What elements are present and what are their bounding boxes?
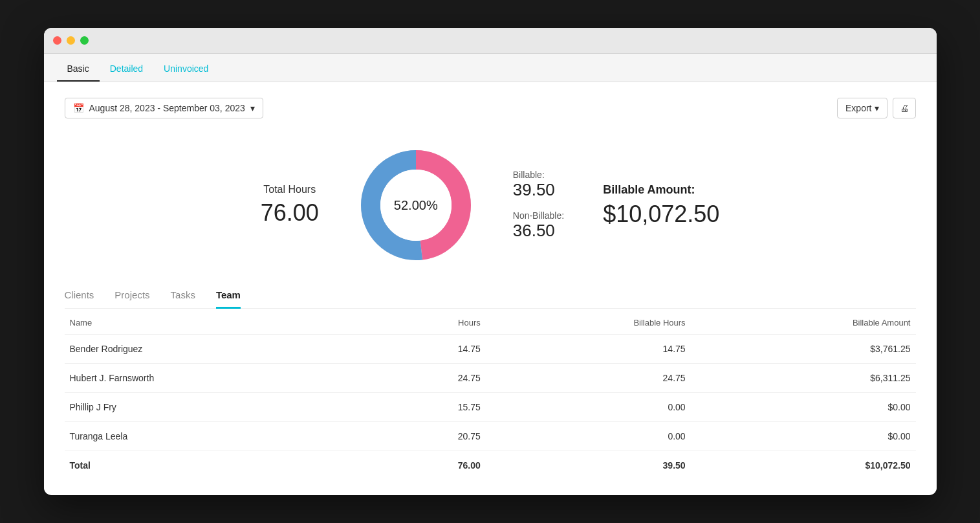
table-row: Bender Rodriguez 14.75 14.75 $3,761.25 <box>65 335 916 364</box>
billable-amount-block: Billable Amount: $10,072.50 <box>603 183 719 228</box>
print-button[interactable]: 🖨 <box>893 98 916 118</box>
col-header-hours: Hours <box>377 309 486 335</box>
cell-total-billable-amount: $10,072.50 <box>691 451 916 480</box>
table-row: Hubert J. Farnsworth 24.75 24.75 $6,311.… <box>65 364 916 393</box>
section-tab-team[interactable]: Team <box>216 283 241 309</box>
cell-billable-hours: 0.00 <box>486 393 691 422</box>
cell-hours: 15.75 <box>377 393 486 422</box>
col-header-billable-hours: Billable Hours <box>486 309 691 335</box>
billable-stats: Billable: 39.50 Non-Billable: 36.50 <box>513 170 564 241</box>
cell-billable-hours: 0.00 <box>486 422 691 451</box>
stats-section: Total Hours 76.00 52.00% <box>65 134 916 283</box>
billable-amount-value: $10,072.50 <box>603 201 719 228</box>
cell-total-label: Total <box>65 451 377 480</box>
date-range-label: August 28, 2023 - September 03, 2023 <box>89 103 245 113</box>
section-tab-clients[interactable]: Clients <box>65 283 94 309</box>
cell-total-billable-hours: 39.50 <box>486 451 691 480</box>
table-header-row: Name Hours Billable Hours Billable Amoun… <box>65 309 916 335</box>
tab-bar: Basic Detailed Uninvoiced <box>44 54 937 82</box>
cell-billable-amount: $0.00 <box>691 422 916 451</box>
cell-name: Turanga Leela <box>65 422 377 451</box>
export-label: Export <box>845 103 871 113</box>
non-billable-label: Non-Billable: <box>513 210 564 221</box>
calendar-icon: 📅 <box>73 103 84 113</box>
section-tab-tasks[interactable]: Tasks <box>171 283 195 309</box>
cell-hours: 24.75 <box>377 364 486 393</box>
col-header-billable-amount: Billable Amount <box>691 309 916 335</box>
toolbar-actions: Export ▾ 🖨 <box>837 98 915 118</box>
close-button[interactable] <box>53 36 61 45</box>
table-total-row: Total 76.00 39.50 $10,072.50 <box>65 451 916 480</box>
non-billable-value: 36.50 <box>513 221 564 241</box>
non-billable-item: Non-Billable: 36.50 <box>513 210 564 241</box>
tab-detailed[interactable]: Detailed <box>100 57 153 82</box>
total-hours-label: Total Hours <box>261 184 319 195</box>
cell-billable-hours: 14.75 <box>486 335 691 364</box>
maximize-button[interactable] <box>80 36 89 45</box>
traffic-lights <box>53 36 89 45</box>
cell-name: Phillip J Fry <box>65 393 377 422</box>
billable-item: Billable: 39.50 <box>513 170 564 200</box>
cell-hours: 14.75 <box>377 335 486 364</box>
export-button[interactable]: Export ▾ <box>837 98 887 118</box>
printer-icon: 🖨 <box>900 103 909 113</box>
cell-name: Bender Rodriguez <box>65 335 377 364</box>
billable-amount-label: Billable Amount: <box>603 183 719 197</box>
section-tabs: Clients Projects Tasks Team <box>65 283 916 309</box>
tab-basic[interactable]: Basic <box>57 57 100 82</box>
donut-chart: 52.00% <box>358 147 474 263</box>
cell-billable-amount: $0.00 <box>691 393 916 422</box>
table-row: Turanga Leela 20.75 0.00 $0.00 <box>65 422 916 451</box>
tab-uninvoiced[interactable]: Uninvoiced <box>153 57 219 82</box>
titlebar <box>44 28 937 54</box>
chevron-down-icon: ▾ <box>250 103 255 113</box>
app-window: Basic Detailed Uninvoiced 📅 August 28, 2… <box>44 28 937 495</box>
section-tab-projects[interactable]: Projects <box>114 283 149 309</box>
chevron-down-icon: ▾ <box>875 103 879 113</box>
date-range-picker[interactable]: 📅 August 28, 2023 - September 03, 2023 ▾ <box>65 98 263 118</box>
toolbar: 📅 August 28, 2023 - September 03, 2023 ▾… <box>65 98 916 118</box>
main-content: 📅 August 28, 2023 - September 03, 2023 ▾… <box>44 82 937 495</box>
cell-hours: 20.75 <box>377 422 486 451</box>
total-hours-value: 76.00 <box>261 199 319 227</box>
cell-name: Hubert J. Farnsworth <box>65 364 377 393</box>
minimize-button[interactable] <box>67 36 75 45</box>
cell-billable-amount: $6,311.25 <box>691 364 916 393</box>
cell-billable-hours: 24.75 <box>486 364 691 393</box>
cell-total-hours: 76.00 <box>377 451 486 480</box>
table-row: Phillip J Fry 15.75 0.00 $0.00 <box>65 393 916 422</box>
data-table: Name Hours Billable Hours Billable Amoun… <box>65 309 916 480</box>
total-hours-block: Total Hours 76.00 <box>261 184 319 227</box>
billable-value: 39.50 <box>513 180 564 200</box>
donut-center-label: 52.00% <box>394 198 438 213</box>
col-header-name: Name <box>65 309 377 335</box>
billable-label: Billable: <box>513 170 564 180</box>
cell-billable-amount: $3,761.25 <box>691 335 916 364</box>
